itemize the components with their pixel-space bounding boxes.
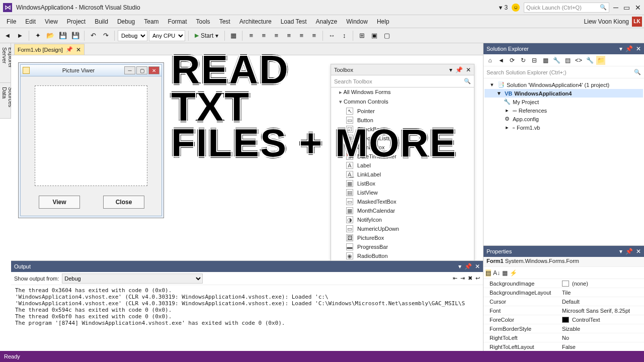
- save-icon[interactable]: 💾: [57, 30, 68, 41]
- solution-node[interactable]: ▾📑 Solution 'WindowsApplication4' (1 pro…: [485, 80, 643, 89]
- se-showall-icon[interactable]: ▦: [541, 56, 550, 65]
- save-all-icon[interactable]: 💾: [70, 30, 81, 41]
- se-properties-icon[interactable]: 🔧: [552, 56, 561, 65]
- output-close-icon[interactable]: ✕: [475, 263, 480, 270]
- maximize-button[interactable]: ▭: [623, 4, 630, 12]
- props-pin-icon[interactable]: 📌: [625, 248, 633, 255]
- props-pages-icon[interactable]: ▦: [502, 269, 508, 277]
- undo-icon[interactable]: ↶: [88, 30, 99, 41]
- project-node[interactable]: ▾VB WindowsApplication4: [485, 89, 643, 98]
- output-pin-icon[interactable]: 📌: [464, 263, 472, 270]
- toolbox-item-notifyicon[interactable]: ◑NotifyIcon: [331, 215, 474, 224]
- toolbox-item-progressbar[interactable]: ▬ProgressBar: [331, 242, 474, 251]
- picturebox-control[interactable]: [35, 85, 147, 186]
- close-button[interactable]: ✕: [635, 4, 641, 12]
- menu-build[interactable]: Build: [90, 16, 113, 27]
- user-name-label[interactable]: Liew Voon Kiong: [584, 18, 629, 25]
- menu-file[interactable]: File: [2, 16, 21, 27]
- toolbox-group-all[interactable]: All Windows Forms: [331, 87, 474, 97]
- toolbox-item-radiobutton[interactable]: ◉RadioButton: [331, 251, 474, 260]
- prop-backgroundimagelayout[interactable]: BackgroundImageLayoutTile: [484, 288, 644, 297]
- menu-view[interactable]: View: [40, 16, 62, 27]
- menu-debug[interactable]: Debug: [113, 16, 139, 27]
- open-file-icon[interactable]: 📂: [45, 30, 56, 41]
- se-dropdown-icon[interactable]: ▾: [619, 45, 622, 52]
- toolbox-pin-icon[interactable]: 📌: [455, 66, 463, 73]
- toolbox-item-monthcalendar[interactable]: ▦MonthCalendar: [331, 206, 474, 215]
- se-back-icon[interactable]: ◄: [497, 56, 506, 65]
- toolbox-dropdown-icon[interactable]: ▾: [449, 66, 452, 73]
- notifications-flag[interactable]: 3: [498, 4, 508, 11]
- prop-font[interactable]: FontMicrosoft Sans Serif, 8.25pt: [484, 306, 644, 315]
- menu-edit[interactable]: Edit: [21, 16, 40, 27]
- output-clear-icon[interactable]: ✖: [468, 275, 472, 282]
- tab-order-icon[interactable]: ⊞: [356, 30, 367, 41]
- output-prev-icon[interactable]: ⇥: [460, 275, 465, 282]
- toolbox-item-button[interactable]: ▭Button: [331, 116, 474, 125]
- se-folder-icon[interactable]: 📁: [596, 56, 605, 65]
- se-close-icon[interactable]: ✕: [636, 45, 641, 52]
- toolbox-item-numericupdown[interactable]: ▭NumericUpDown: [331, 224, 474, 233]
- toolbox-item-checkedlistbox[interactable]: ≣CheckedListBox: [331, 134, 474, 143]
- align-center-icon[interactable]: ≡: [258, 30, 269, 41]
- menu-project[interactable]: Project: [62, 16, 90, 27]
- se-sync-icon[interactable]: ⟳: [508, 56, 517, 65]
- prop-righttoleftlayout[interactable]: RightToLeftLayoutFalse: [484, 342, 644, 351]
- menu-load-test[interactable]: Load Test: [276, 16, 311, 27]
- toolbox-item-label[interactable]: ALabel: [331, 161, 474, 170]
- data-sources-tab[interactable]: Data Sources: [0, 83, 11, 119]
- menu-window[interactable]: Window: [342, 16, 372, 27]
- vspace-icon[interactable]: ↕: [339, 30, 350, 41]
- se-refresh-icon[interactable]: ↻: [519, 56, 528, 65]
- se-view-designer-icon[interactable]: 🔧: [585, 56, 594, 65]
- prop-formborderstyle[interactable]: FormBorderStyleSizable: [484, 324, 644, 333]
- toolbox-item-picturebox[interactable]: 🖼PictureBox: [331, 233, 474, 242]
- menu-help[interactable]: Help: [372, 16, 394, 27]
- prop-righttoleft[interactable]: RightToLeftNo: [484, 333, 644, 342]
- prop-backgroundimage[interactable]: BackgroundImage(none): [484, 279, 644, 288]
- config-select[interactable]: Debug: [118, 30, 147, 41]
- toolbox-search-input[interactable]: Search Toolbox: [331, 75, 474, 87]
- quick-launch-input[interactable]: Quick Launch (Ctrl+Q): [524, 3, 609, 13]
- redo-icon[interactable]: ↷: [100, 30, 111, 41]
- menu-test[interactable]: Test: [215, 16, 235, 27]
- send-back-icon[interactable]: ▢: [381, 30, 392, 41]
- output-find-icon[interactable]: ⇤: [453, 275, 457, 282]
- toolbox-item-linklabel[interactable]: A͟LinkLabel: [331, 170, 474, 179]
- appconfig-node[interactable]: ⚙App.config: [485, 115, 643, 123]
- props-categorized-icon[interactable]: ▤: [486, 269, 491, 277]
- form-designer[interactable]: Picture Viwer ─ ▢ ✕ View Close: [18, 62, 164, 218]
- properties-object[interactable]: Form1 Form1 System.Windows.Forms.FormSys…: [484, 257, 644, 267]
- toolbox-group-common[interactable]: Common Controls: [331, 97, 474, 107]
- se-view-code-icon[interactable]: <>: [574, 56, 583, 65]
- prop-forecolor[interactable]: ForeColorControlText: [484, 315, 644, 324]
- view-button[interactable]: View: [39, 196, 80, 209]
- hspace-icon[interactable]: ↔: [326, 30, 337, 41]
- output-dropdown-icon[interactable]: ▾: [458, 263, 461, 270]
- align-middle-icon[interactable]: ≡: [296, 30, 307, 41]
- nav-fwd-icon[interactable]: ►: [15, 30, 26, 41]
- se-collapse-icon[interactable]: ⊟: [530, 56, 539, 65]
- menu-analyze[interactable]: Analyze: [311, 16, 342, 27]
- feedback-smiley-icon[interactable]: ☺: [512, 4, 520, 12]
- myproject-node[interactable]: 🔧My Project: [485, 98, 643, 106]
- se-home-icon[interactable]: ⌂: [486, 56, 495, 65]
- menu-format[interactable]: Format: [164, 16, 192, 27]
- toolbox-item-combobox[interactable]: ▾ComboBox: [331, 143, 474, 152]
- align-right-icon[interactable]: ≡: [271, 30, 282, 41]
- menu-architecture[interactable]: Architecture: [235, 16, 276, 27]
- props-events-icon[interactable]: ⚡: [510, 269, 517, 277]
- designer-surface[interactable]: Picture Viwer ─ ▢ ✕ View Close Toolbox ▾: [11, 55, 483, 260]
- props-close-icon[interactable]: ✕: [636, 248, 641, 255]
- platform-select[interactable]: Any CPU: [149, 30, 185, 41]
- toolbox-item-listview[interactable]: ▤ListView: [331, 188, 474, 197]
- toolbox-item-pointer[interactable]: ↖Pointer: [331, 107, 474, 116]
- props-dropdown-icon[interactable]: ▾: [619, 248, 622, 255]
- prop-cursor[interactable]: CursorDefault: [484, 297, 644, 306]
- menu-tools[interactable]: Tools: [192, 16, 215, 27]
- minimize-button[interactable]: ─: [613, 4, 618, 12]
- form1vb-node[interactable]: ▸▫ Form1.vb: [485, 123, 643, 132]
- align-top-icon[interactable]: ≡: [283, 30, 294, 41]
- output-source-select[interactable]: Debug: [62, 274, 203, 284]
- bring-front-icon[interactable]: ▣: [369, 30, 380, 41]
